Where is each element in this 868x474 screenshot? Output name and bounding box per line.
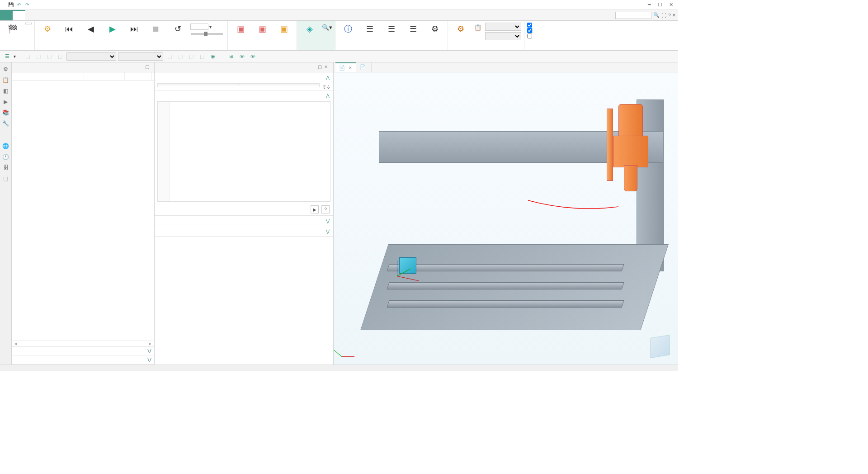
tb-icon-8[interactable]: 👁: [248, 52, 257, 61]
tb-icon-7[interactable]: 👁: [237, 52, 246, 61]
viewport-tabs: 📄✕ 📄: [334, 62, 678, 72]
nc-section-header[interactable]: ⋀: [155, 90, 333, 100]
titlebar: 💾 ↶ ↷ ━ ☐ ✕: [0, 0, 678, 10]
rail-part-icon[interactable]: ◧: [2, 87, 10, 95]
main-area: ⚙ 📋 ◧ ▶ 📚 🔧 🌐 🕐 🗄 ⬚ ▢ ◄► ⋁ ⋁: [0, 62, 678, 365]
fullscreen-icon[interactable]: ⛶: [661, 13, 666, 18]
sim-settings-button[interactable]: ⚙: [451, 22, 471, 35]
post-help-icon[interactable]: ?: [321, 205, 330, 213]
sel-mode-4-icon[interactable]: ⬚: [56, 52, 65, 61]
reset-machine-button[interactable]: ↺: [168, 22, 188, 35]
help-icon[interactable]: ?: [668, 13, 671, 18]
view-cube[interactable]: [650, 335, 670, 358]
tool-ipw-button[interactable]: ▣: [231, 22, 250, 35]
nav-detail-section[interactable]: ⋁: [12, 356, 154, 365]
tool-part-button[interactable]: ▣: [252, 22, 272, 35]
machine-collision-button[interactable]: ▣: [274, 22, 294, 35]
graphics-canvas[interactable]: [334, 72, 678, 365]
machine-model: [361, 90, 668, 344]
tab-tools[interactable]: [76, 10, 89, 20]
speed-slider[interactable]: [191, 33, 223, 35]
search-input[interactable]: [615, 12, 651, 19]
tb-icon-6[interactable]: ⊞: [226, 52, 236, 61]
status-section-header[interactable]: ⋀: [155, 72, 333, 82]
rail-nav-icon[interactable]: 📋: [2, 76, 10, 84]
detail-info-button[interactable]: ⓘ: [338, 22, 358, 35]
quick-access-toolbar: 💾 ↶ ↷: [5, 1, 31, 9]
tb-icon-4[interactable]: ⬚: [198, 52, 207, 61]
rail-misc-icon[interactable]: ⬚: [2, 175, 10, 183]
qat-redo-icon[interactable]: ↷: [24, 1, 31, 9]
program-manager-button[interactable]: ⚙: [425, 22, 445, 35]
sel-mode-2-icon[interactable]: ⬚: [34, 52, 43, 61]
post-run-icon[interactable]: ▶: [311, 205, 319, 213]
setting-select-2[interactable]: [485, 32, 521, 40]
restore-button[interactable]: ☐: [656, 2, 665, 8]
remove-material-button[interactable]: ◈: [300, 22, 320, 35]
viewport-tab-2[interactable]: 📄: [356, 62, 372, 72]
tab-home[interactable]: [13, 10, 25, 20]
tb-icon-1[interactable]: ⬚: [165, 52, 174, 61]
tab-view[interactable]: [38, 10, 51, 20]
ribbon-group-toolpath: [524, 21, 536, 50]
nav-dep-section[interactable]: ⋁: [12, 346, 154, 356]
show-state-button[interactable]: ☰: [382, 22, 401, 35]
tab-select[interactable]: [51, 10, 63, 20]
rail-globe-icon[interactable]: 🌐: [2, 142, 10, 150]
tab-render[interactable]: [63, 10, 76, 20]
show-components-button[interactable]: ☰: [360, 22, 380, 35]
stop-button[interactable]: ⏹: [146, 22, 166, 35]
execution-view-panel: ▢ ✕ ⋀ ⇧⇩ ⋀ ▶ ?: [155, 62, 334, 365]
back-step-button[interactable]: ⏮: [59, 22, 79, 35]
play-button[interactable]: ▶: [103, 22, 123, 35]
machine-code-button[interactable]: ⚙: [38, 22, 57, 35]
rail-tool-icon[interactable]: 🔧: [2, 119, 10, 128]
show-toolpath-check[interactable]: [527, 23, 532, 28]
minimize-button[interactable]: ━: [645, 2, 654, 8]
viewport-tab-1[interactable]: 📄✕: [335, 62, 356, 72]
rail-lib-icon[interactable]: 📚: [2, 109, 10, 117]
menu-label[interactable]: ▾: [14, 54, 16, 59]
tb-icon-5[interactable]: ◉: [208, 52, 217, 61]
exec-pin-icon[interactable]: ▢: [318, 64, 324, 71]
tab-close-icon[interactable]: ✕: [349, 66, 352, 70]
settings-extra-icon[interactable]: 📋: [472, 22, 483, 33]
filter-select-1[interactable]: [66, 52, 116, 61]
program-tree[interactable]: [12, 81, 154, 341]
prop-up-icon[interactable]: ⇧: [322, 84, 326, 90]
back-play-button[interactable]: ◀: [81, 22, 101, 35]
segment-select-check[interactable]: [527, 33, 532, 38]
filter-select-2[interactable]: [118, 52, 163, 61]
task-tab[interactable]: [0, 10, 13, 20]
finish-sim-button[interactable]: 🏁: [3, 22, 23, 35]
menu-dropdown[interactable]: ☰: [3, 52, 12, 61]
tb-icon-3[interactable]: ⬚: [187, 52, 196, 61]
exec-close-icon[interactable]: ✕: [324, 64, 330, 71]
sel-mode-3-icon[interactable]: ⬚: [45, 52, 54, 61]
setting-select-1[interactable]: [485, 23, 521, 31]
search-icon[interactable]: 🔍: [653, 12, 660, 18]
tab-internal[interactable]: [89, 10, 101, 20]
callstack-section-header[interactable]: ⋁: [155, 216, 333, 226]
rail-settings-icon[interactable]: ⚙: [2, 65, 10, 73]
ipw-dropdown-icon[interactable]: 🔍▾: [321, 22, 332, 33]
step-button[interactable]: ⏭: [124, 22, 144, 35]
group-label-collision: [231, 50, 294, 50]
tab-analyze[interactable]: [25, 10, 38, 20]
prop-down-icon[interactable]: ⇩: [326, 84, 330, 90]
rail-exec-icon[interactable]: ▶: [2, 98, 10, 106]
variables-section-header[interactable]: ⋁: [155, 226, 333, 236]
show-exec-view-button[interactable]: ☰: [403, 22, 423, 35]
qat-undo-icon[interactable]: ↶: [15, 1, 23, 9]
spindle-head: [609, 104, 650, 194]
group-label-time: [3, 50, 32, 50]
tb-icon-2[interactable]: ⬚: [176, 52, 185, 61]
sel-mode-1-icon[interactable]: ⬚: [23, 52, 32, 61]
rail-db-icon[interactable]: 🗄: [2, 164, 10, 172]
rail-clock-icon[interactable]: 🕐: [2, 153, 10, 161]
qat-save-icon[interactable]: 💾: [7, 1, 14, 9]
minimize-ribbon-icon[interactable]: ▾: [673, 12, 675, 18]
show-trace-check[interactable]: [527, 28, 532, 33]
close-button[interactable]: ✕: [666, 2, 675, 8]
nav-pin-icon[interactable]: ▢: [145, 64, 151, 71]
